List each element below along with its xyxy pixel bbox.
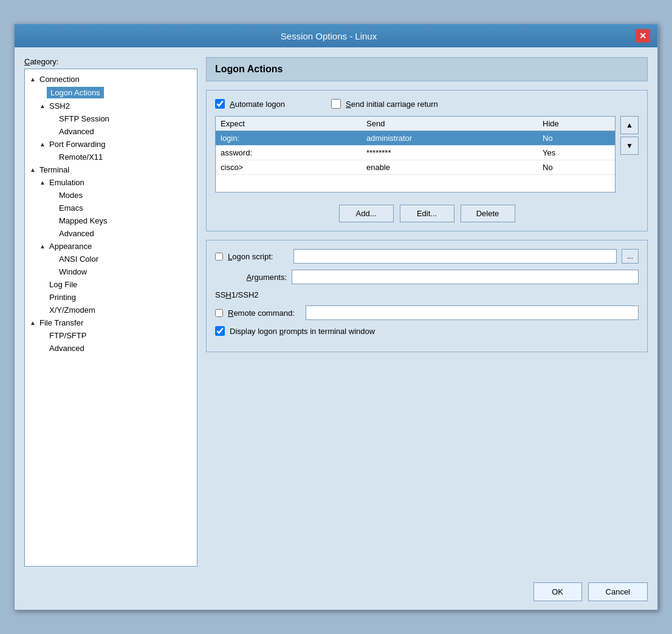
arrow-icon <box>38 89 47 97</box>
cell-send: ******** <box>362 148 538 157</box>
cell-send: enable <box>362 163 538 172</box>
category-label: Category: <box>24 57 197 66</box>
logon-table: Expect Send Hide login: administrator No <box>215 116 615 193</box>
cell-hide: No <box>538 134 615 143</box>
section-header: Logon Actions <box>206 57 648 81</box>
sidebar-item-label: Remote/X11 <box>57 152 105 162</box>
dialog-title: Session Options - Linux <box>22 31 636 41</box>
col-header-send: Send <box>362 119 538 128</box>
sidebar-item-label: Port Forwarding <box>47 139 108 149</box>
table-header: Expect Send Hide <box>216 117 615 131</box>
sidebar-item-emulation[interactable]: ▲ Emulation <box>25 176 197 189</box>
sidebar-item-label: SSH2 <box>47 101 72 111</box>
table-row[interactable]: cisco> enable No <box>216 160 615 175</box>
table-rows-container: login: administrator No assword: *******… <box>216 131 615 192</box>
sidebar-item-remote-x11[interactable]: Remote/X11 <box>25 151 197 163</box>
sidebar-item-file-transfer[interactable]: ▲ File Transfer <box>25 316 197 329</box>
sidebar-item-label: Log File <box>47 279 80 290</box>
remote-command-checkbox[interactable] <box>215 309 223 317</box>
display-logon-label[interactable]: Display logon prompts in terminal window <box>230 327 375 336</box>
sidebar-item-label: SFTP Session <box>57 114 112 124</box>
sidebar-item-advanced-terminal[interactable]: Advanced <box>25 227 197 240</box>
close-button[interactable]: ✕ <box>636 29 650 43</box>
arrow-icon <box>38 344 47 353</box>
arrow-icon <box>38 281 47 289</box>
sidebar-item-advanced-ssh2[interactable]: Advanced <box>25 125 197 138</box>
ok-button[interactable]: OK <box>533 582 582 601</box>
logon-script-row: Logon script: ... <box>215 249 639 264</box>
cell-hide: No <box>538 163 615 172</box>
sidebar-item-label: Modes <box>57 190 85 200</box>
sidebar-item-mapped-keys[interactable]: Mapped Keys <box>25 214 197 227</box>
logon-script-input[interactable] <box>293 249 617 264</box>
remote-command-row: Remote command: <box>215 305 639 320</box>
sidebar-item-log-file[interactable]: Log File <box>25 278 197 291</box>
sidebar-item-logon-actions[interactable]: Logon Actions <box>25 86 197 100</box>
table-row[interactable]: login: administrator No <box>216 131 615 146</box>
arrow-icon: ▲ <box>29 166 37 174</box>
sidebar-item-ssh2[interactable]: ▲ SSH2 <box>25 100 197 112</box>
sidebar-item-label: X/Y/Zmodem <box>47 305 98 315</box>
sidebar-item-appearance[interactable]: ▲ Appearance <box>25 240 197 253</box>
move-up-button[interactable]: ▲ <box>620 116 639 134</box>
sidebar-item-label: File Transfer <box>37 318 86 328</box>
tree-container: ▲ Connection Logon Actions ▲ SSH2 SFTP S… <box>24 69 197 567</box>
arrow-icon <box>48 128 57 136</box>
ssh-section-label: SSH1/SSH2 <box>215 290 639 299</box>
sidebar-item-sftp-session[interactable]: SFTP Session <box>25 112 197 125</box>
sidebar-item-label: Emacs <box>57 203 86 213</box>
remote-command-label[interactable]: Remote command: <box>228 308 301 318</box>
arrow-icon: ▲ <box>38 242 47 251</box>
send-initial-cr-label[interactable]: Send initial carriage return <box>346 100 438 109</box>
cell-expect: cisco> <box>216 163 362 172</box>
sidebar-item-label: Terminal <box>37 165 72 175</box>
cancel-button[interactable]: Cancel <box>588 582 648 601</box>
sidebar-item-label: FTP/SFTP <box>47 330 89 341</box>
arrow-icon <box>48 255 57 264</box>
lower-section: Logon script: ... Arguments: SSH1/SSH2 <box>206 240 648 352</box>
sidebar-item-terminal[interactable]: ▲ Terminal <box>25 163 197 176</box>
sidebar-item-window[interactable]: Window <box>25 265 197 278</box>
col-header-expect: Expect <box>216 119 362 128</box>
sidebar-item-port-forwarding[interactable]: ▲ Port Forwarding <box>25 138 197 151</box>
col-header-hide: Hide <box>538 119 615 128</box>
remote-command-input[interactable] <box>306 305 639 320</box>
arrow-icon <box>48 268 57 276</box>
sidebar-item-label: Advanced <box>57 228 97 239</box>
arrow-icon <box>48 217 57 225</box>
display-logon-row: Display logon prompts in terminal window <box>215 326 639 336</box>
content-panel: Logon Actions Automate logon Send initia… <box>206 57 648 567</box>
logon-script-checkbox[interactable] <box>215 253 223 261</box>
edit-button[interactable]: Edit... <box>400 205 454 222</box>
logon-script-label[interactable]: Logon script: <box>228 252 289 261</box>
cell-hide: Yes <box>538 148 615 157</box>
sidebar-item-printing[interactable]: Printing <box>25 291 197 304</box>
add-button[interactable]: Add... <box>339 205 394 222</box>
dialog-footer: OK Cancel <box>15 576 657 610</box>
sidebar-item-label: Emulation <box>47 177 87 188</box>
sidebar-item-ftp-sftp[interactable]: FTP/SFTP <box>25 329 197 342</box>
sidebar-item-modes[interactable]: Modes <box>25 189 197 202</box>
sidebar-item-xyz-modem[interactable]: X/Y/Zmodem <box>25 304 197 316</box>
arguments-input[interactable] <box>292 270 639 284</box>
arrow-icon: ▲ <box>29 75 37 84</box>
cell-send: administrator <box>362 134 538 143</box>
arrow-icon <box>48 191 57 200</box>
sidebar-item-ansi-color[interactable]: ANSI Color <box>25 253 197 265</box>
sidebar-item-emacs[interactable]: Emacs <box>25 202 197 214</box>
sidebar-item-label: Advanced <box>57 126 97 137</box>
sidebar-item-connection[interactable]: ▲ Connection <box>25 73 197 86</box>
automate-logon-checkbox[interactable] <box>215 99 225 109</box>
table-row[interactable]: assword: ******** Yes <box>216 146 615 160</box>
arrow-icon <box>38 306 47 315</box>
send-initial-cr-checkbox[interactable] <box>331 99 341 109</box>
sidebar-item-advanced-ft[interactable]: Advanced <box>25 342 197 355</box>
table-with-arrows: Expect Send Hide login: administrator No <box>215 116 639 199</box>
automate-logon-label[interactable]: Automate logon <box>230 100 285 109</box>
display-logon-checkbox[interactable] <box>215 326 225 336</box>
sidebar-item-label: Appearance <box>47 241 94 251</box>
browse-button[interactable]: ... <box>622 249 639 264</box>
move-down-button[interactable]: ▼ <box>620 137 639 155</box>
delete-button[interactable]: Delete <box>461 205 515 222</box>
sidebar-item-label: Advanced <box>47 343 87 353</box>
